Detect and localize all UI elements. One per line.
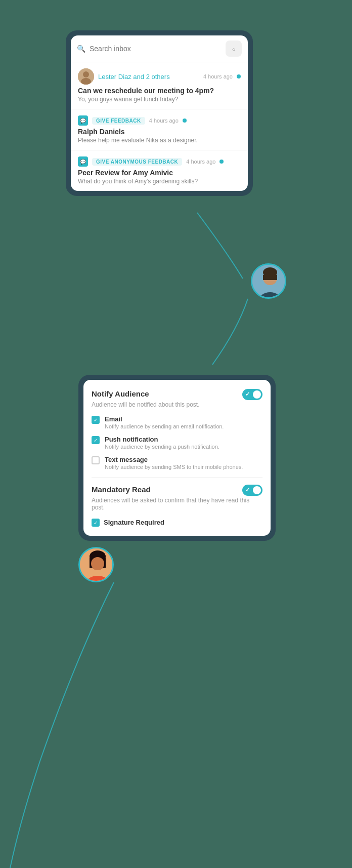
chat-icon-2: 💬 <box>78 115 88 126</box>
chat-symbol: 💬 <box>80 118 86 124</box>
item-title-3: Peer Review for Amy Amivic <box>78 169 241 177</box>
search-bar[interactable]: 🔍 ⬦ <box>71 35 248 62</box>
card-divider <box>92 477 262 478</box>
push-checkbox-content: Push notification Notify audience by sen… <box>105 436 219 450</box>
man-avatar-svg <box>252 265 286 299</box>
item-title-2: Ralph Daniels <box>78 128 241 136</box>
item-preview-1: Yo, you guys wanna get lunch friday? <box>78 96 241 103</box>
signature-checkbox-item[interactable]: ✓ Signature Required <box>92 518 262 527</box>
mandatory-title-group: Mandatory Read <box>92 485 151 495</box>
signature-label: Signature Required <box>104 519 164 526</box>
inbox-item-2[interactable]: 💬 GIVE FEEDBACK 4 hours ago Ralph Daniel… <box>71 109 248 150</box>
email-checkbox-content: Email Notify audience by sending an emai… <box>105 415 224 429</box>
bottom-avatar-woman <box>78 547 114 582</box>
item-preview-3: What do you think of Amy's gardening ski… <box>78 178 241 185</box>
notify-title: Notify Audience <box>92 389 149 398</box>
unread-dot-3 <box>219 160 224 164</box>
middle-avatar-man <box>251 263 286 299</box>
email-label: Email <box>105 415 224 423</box>
svg-rect-6 <box>263 275 277 280</box>
push-label: Push notification <box>105 436 219 443</box>
sms-checkbox-item[interactable]: Text message Notify audience by sending … <box>92 456 262 470</box>
chat-icon-3: 💬 <box>78 156 88 167</box>
inbox-card-inner: 🔍 ⬦ Lester Diaz and 2 others 4 hours ago <box>71 35 248 191</box>
time-label-1: 4 hours ago <box>203 73 233 80</box>
sms-desc: Notify audience by sending SMS to their … <box>105 464 243 470</box>
push-desc: Notify audience by sending a push notifi… <box>105 444 219 450</box>
search-input[interactable] <box>90 45 222 53</box>
push-checkbox[interactable]: ✓ <box>92 436 100 444</box>
filter-button[interactable]: ⬦ <box>226 41 242 57</box>
item-title-1: Can we reschedule our meeting to 4pm? <box>78 87 241 95</box>
sms-label: Text message <box>105 456 243 463</box>
toggle-check-icon: ✓ <box>245 391 250 398</box>
email-desc: Notify audience by sending an email noti… <box>105 423 224 429</box>
unread-dot-2 <box>183 119 187 123</box>
woman-avatar-svg <box>80 548 114 582</box>
email-checkbox[interactable]: ✓ <box>92 416 100 424</box>
sender-name-1: Lester Diaz and 2 others <box>98 73 199 81</box>
notify-card-inner: Notify Audience ✓ Audience will be notif… <box>83 380 271 536</box>
time-label-2: 4 hours ago <box>149 117 179 124</box>
signature-checkbox[interactable]: ✓ <box>92 519 100 527</box>
inbox-item-1[interactable]: Lester Diaz and 2 others 4 hours ago Can… <box>71 62 248 109</box>
inbox-card: 🔍 ⬦ Lester Diaz and 2 others 4 hours ago <box>66 30 253 196</box>
notify-title-group: Notify Audience <box>92 389 149 400</box>
notify-description: Audience will be notified about this pos… <box>92 401 262 408</box>
time-label-3: 4 hours ago <box>186 159 215 165</box>
svg-point-14 <box>91 557 104 570</box>
mandatory-title: Mandatory Read <box>92 485 151 494</box>
mandatory-read-row: Mandatory Read ✓ <box>92 485 262 496</box>
mandatory-toggle-check: ✓ <box>245 487 250 493</box>
notify-audience-row: Notify Audience ✓ <box>92 389 262 400</box>
inbox-item-3[interactable]: 💬 GIVE ANONYMOUS FEEDBACK 4 hours ago Pe… <box>71 150 248 191</box>
mandatory-description: Audiences will be asked to confirm that … <box>92 497 262 511</box>
filter-icon: ⬦ <box>232 45 236 53</box>
item-preview-2: Please help me evaluate Nika as a design… <box>78 137 241 144</box>
mandatory-toggle[interactable]: ✓ <box>242 485 262 496</box>
avatar-lester <box>78 68 94 85</box>
push-checkbox-item[interactable]: ✓ Push notification Notify audience by s… <box>92 436 262 450</box>
search-icon: 🔍 <box>77 45 85 53</box>
sms-checkbox-content: Text message Notify audience by sending … <box>105 456 243 470</box>
email-checkbox-item[interactable]: ✓ Email Notify audience by sending an em… <box>92 415 262 429</box>
notify-toggle[interactable]: ✓ <box>242 389 262 400</box>
unread-dot-1 <box>237 74 241 78</box>
chat-symbol-3: 💬 <box>80 159 86 165</box>
tag-badge-3: GIVE ANONYMOUS FEEDBACK <box>92 158 182 166</box>
tag-badge-2: GIVE FEEDBACK <box>92 117 145 125</box>
sms-checkbox[interactable] <box>92 456 100 464</box>
svg-point-1 <box>83 71 89 77</box>
notify-card: Notify Audience ✓ Audience will be notif… <box>78 375 276 541</box>
